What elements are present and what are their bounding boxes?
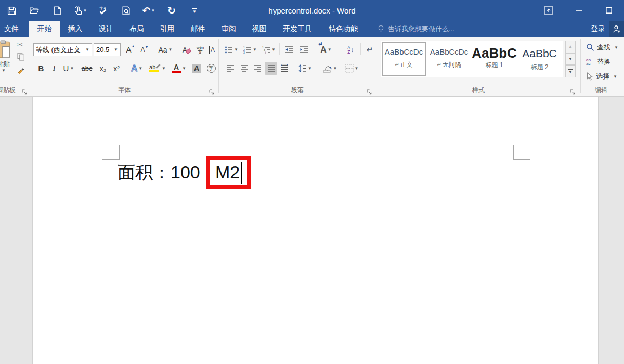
paste-button[interactable]: 粘贴 ▼ <box>0 40 16 73</box>
document-text: 面积：100 <box>118 156 200 189</box>
style-item-normal[interactable]: AaBbCcDc ↵正文 <box>381 41 426 77</box>
superscript-button[interactable]: x² <box>110 62 123 75</box>
tab-developer[interactable]: 开发工具 <box>275 21 320 37</box>
underline-button[interactable]: U ▼ <box>60 62 77 75</box>
text-highlight-button[interactable]: ab ▼ <box>148 62 167 75</box>
new-document-icon[interactable] <box>46 0 69 21</box>
numbering-button[interactable]: 123 ▼ <box>242 43 258 56</box>
tab-review[interactable]: 审阅 <box>213 21 244 37</box>
increase-indent-button[interactable] <box>297 43 310 56</box>
shrink-font-button[interactable]: A▼ <box>138 43 151 56</box>
style-item-heading2[interactable]: AaBbC 标题 2 <box>517 41 562 77</box>
phonetic-guide-button[interactable]: wén 文 <box>194 43 206 56</box>
print-preview-icon[interactable] <box>114 0 137 21</box>
style-item-no-spacing[interactable]: AaBbCcDc ↵无间隔 <box>426 41 472 77</box>
redo-icon[interactable]: ↻ <box>160 0 183 21</box>
paste-label: 粘贴 <box>0 61 16 67</box>
borders-button[interactable]: ▼ <box>342 62 361 75</box>
open-icon[interactable] <box>23 0 46 21</box>
cut-icon[interactable]: ✂ <box>17 40 23 49</box>
minimize-icon[interactable] <box>564 0 594 21</box>
font-size-combo[interactable]: 20.5 ▼ <box>94 43 121 56</box>
font-color-button[interactable]: A ▼ <box>170 62 188 75</box>
chevron-down-icon: ▼ <box>162 66 166 71</box>
sort-button[interactable]: A Z ↓ <box>343 43 358 56</box>
grow-font-button[interactable]: A▲ <box>124 43 137 56</box>
font-size-value: 20.5 <box>96 46 109 54</box>
multilevel-list-button[interactable]: 1ai ▼ <box>261 43 277 56</box>
font-name-combo[interactable]: 等线 (西文正文 ▼ <box>33 43 92 56</box>
customize-quick-access-icon[interactable]: ▼ <box>183 0 206 21</box>
tab-insert[interactable]: 插入 <box>60 21 90 37</box>
tab-home[interactable]: 开始 <box>29 21 60 37</box>
tab-file[interactable]: 文件 <box>0 21 23 37</box>
decrease-indent-button[interactable] <box>282 43 296 56</box>
line-spacing-button[interactable]: ▼ <box>296 62 315 75</box>
replace-button[interactable]: ab ac 替换 <box>586 56 610 68</box>
sign-in-button[interactable]: 登录 <box>591 21 605 37</box>
group-label-font: 字体 <box>30 86 218 95</box>
search-icon <box>586 43 594 51</box>
touch-mode-icon[interactable]: ▼ <box>69 0 92 21</box>
asian-layout-button[interactable]: A ⇄ ▼ <box>316 43 336 56</box>
chevron-down-icon: ▼ <box>138 66 142 71</box>
align-center-button[interactable] <box>238 62 250 75</box>
format-painter-icon[interactable] <box>17 66 25 76</box>
tell-me-box[interactable]: 告诉我您想要做什么... <box>378 21 454 37</box>
shading-button[interactable]: ▼ <box>320 62 340 75</box>
bullets-button[interactable]: ▼ <box>223 43 240 56</box>
subscript-button[interactable]: x₂ <box>97 62 109 75</box>
tab-view[interactable]: 视图 <box>244 21 275 37</box>
clear-formatting-button[interactable]: A <box>180 43 193 56</box>
chevron-down-icon: ▼ <box>355 66 359 71</box>
group-label-editing: 编辑 <box>581 86 621 95</box>
save-icon[interactable] <box>0 0 23 21</box>
annotation-red-box: M2 <box>206 156 251 189</box>
character-shading-button[interactable]: A <box>190 62 203 75</box>
change-case-button[interactable]: Aa▼ <box>156 43 175 56</box>
text-effects-button[interactable]: A ▼ <box>128 62 146 75</box>
tab-references[interactable]: 引用 <box>152 21 183 37</box>
tab-design[interactable]: 设计 <box>90 21 121 37</box>
undo-icon[interactable]: ↶ ▼ <box>137 0 160 21</box>
enclose-characters-button[interactable]: 字 <box>205 62 217 75</box>
character-border-button[interactable]: A <box>207 43 218 56</box>
dialog-launcher-icon[interactable] <box>22 88 28 94</box>
account-button[interactable] <box>609 21 624 37</box>
dialog-launcher-icon[interactable] <box>209 88 215 94</box>
gallery-more-icon[interactable]: ▼ <box>565 65 576 77</box>
font-name-value: 等线 (西文正文 <box>36 45 81 55</box>
align-left-button[interactable] <box>224 62 237 75</box>
ribbon-tab-row: 文件 开始 插入 设计 布局 引用 邮件 审阅 视图 开发工具 特色功能 告诉我… <box>0 21 624 37</box>
italic-button[interactable]: I <box>49 62 59 75</box>
scroll-up-icon[interactable]: ▲ <box>565 41 576 53</box>
dialog-launcher-icon[interactable] <box>570 88 576 94</box>
tab-mailings[interactable]: 邮件 <box>183 21 213 37</box>
distribute-button[interactable] <box>278 62 291 75</box>
chevron-down-icon: ▼ <box>234 47 238 52</box>
bold-button[interactable]: B <box>35 62 47 75</box>
document-page[interactable]: 面积：100 M2 <box>32 97 599 364</box>
spelling-check-icon[interactable]: 字 A <box>92 0 114 21</box>
group-editing: 查找 ▼ ab ac 替换 选择 ▼ 编辑 <box>581 37 624 96</box>
copy-icon[interactable] <box>17 53 25 63</box>
chevron-down-icon: ▼ <box>151 8 155 13</box>
style-item-heading1[interactable]: AaBbC 标题 1 <box>472 41 517 77</box>
select-button[interactable]: 选择 ▼ <box>586 70 617 83</box>
chevron-down-icon: ▼ <box>328 47 332 52</box>
find-button[interactable]: 查找 ▼ <box>586 41 618 54</box>
window-controls <box>534 0 624 21</box>
show-marks-button[interactable]: ↵ <box>363 43 376 56</box>
chevron-down-icon: ▼ <box>168 47 173 52</box>
cursor-icon <box>586 72 593 81</box>
dialog-launcher-icon[interactable] <box>367 88 373 94</box>
maximize-icon[interactable] <box>594 0 624 21</box>
justify-button[interactable] <box>265 62 277 75</box>
ribbon: 粘贴 ▼ ✂ 剪贴板 等线 (西文正文 ▼ 20.5 <box>0 37 624 97</box>
strikethrough-button[interactable]: abc <box>79 62 95 75</box>
ribbon-display-options-icon[interactable] <box>534 0 564 21</box>
scroll-down-icon[interactable]: ▼ <box>565 53 576 66</box>
align-right-button[interactable] <box>251 62 264 75</box>
tab-special-features[interactable]: 特色功能 <box>320 21 366 37</box>
tab-layout[interactable]: 布局 <box>121 21 152 37</box>
